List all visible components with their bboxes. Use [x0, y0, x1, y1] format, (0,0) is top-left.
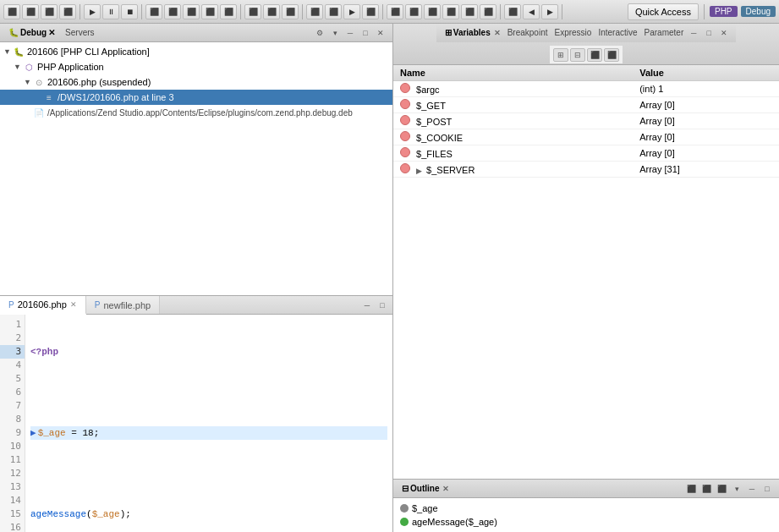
var-expand-icon-5[interactable]: ▶ — [416, 167, 422, 175]
outline-maximize-icon[interactable]: □ — [760, 482, 774, 496]
tree-item-path[interactable]: 📄 /Applications/Zend Studio.app/Contents… — [0, 105, 392, 120]
variables-header-row: ⊞ Variables ✕ Breakpoint Expressio Inter… — [436, 24, 736, 42]
editor-minimize-icon[interactable]: ─ — [360, 299, 374, 312]
line-num-13: 13 — [0, 480, 25, 494]
breakpoint-tab[interactable]: Breakpoint — [504, 28, 551, 37]
variables-close-icon[interactable]: ✕ — [717, 26, 731, 40]
var-cell-value-2: Array [0] — [633, 113, 779, 129]
var-row-2[interactable]: $_POST Array [0] — [393, 113, 779, 129]
toolbar-btn-8[interactable]: ⬛ — [145, 4, 162, 19]
php-perspective-button[interactable]: PHP — [710, 6, 738, 17]
outline-dropdown-icon[interactable]: ▾ — [730, 482, 743, 496]
var-row-0[interactable]: $argc (int) 1 — [393, 81, 779, 97]
toolbar-btn-14[interactable]: ⬛ — [263, 4, 280, 19]
toolbar-btn-24[interactable]: ⬛ — [461, 4, 478, 19]
quick-access-button[interactable]: Quick Access — [628, 3, 699, 20]
editor-tab-newfile[interactable]: P newfile.php — [86, 296, 160, 314]
debug-minimize-icon[interactable]: ─ — [343, 26, 357, 40]
var-toolbar-btn-2[interactable]: ⊟ — [570, 48, 585, 62]
toolbar-btn-11[interactable]: ⬛ — [201, 4, 218, 19]
outline-toolbar-btn-2[interactable]: ⬛ — [699, 482, 713, 496]
debug-close-icon[interactable]: ✕ — [374, 26, 387, 40]
parameter-tab[interactable]: Parameter — [641, 28, 688, 37]
toolbar-btn-23[interactable]: ⬛ — [442, 4, 459, 19]
var-row-1[interactable]: $_GET Array [0] — [393, 97, 779, 113]
var-toolbar-btn-3[interactable]: ⬛ — [587, 48, 602, 62]
tree-item-app-label: 201606 [PHP CLI Application] — [27, 47, 150, 57]
editor-header-icons: ─ □ — [360, 296, 392, 314]
code-editor[interactable]: <?php ▶$_age = 18; ageMessage($_age); ≡f… — [25, 315, 392, 532]
expressio-tab[interactable]: Expressio — [551, 28, 595, 37]
var-toolbar-btn-4[interactable]: ⬛ — [604, 48, 619, 62]
variables-minimize-icon[interactable]: ─ — [687, 26, 700, 40]
variables-tab-close[interactable]: ✕ — [494, 29, 501, 37]
editor-tab-201606[interactable]: P 201606.php ✕ — [0, 296, 86, 315]
debug-tab[interactable]: 🐛 Debug ✕ — [5, 28, 58, 37]
outline-tab[interactable]: ⊟ Outline ✕ — [398, 484, 453, 493]
toolbar-btn-25[interactable]: ⬛ — [480, 4, 496, 19]
toolbar-btn-1[interactable]: ⬛ — [3, 4, 20, 19]
var-toolbar-btn-1[interactable]: ⊞ — [553, 48, 568, 62]
outline-item-agemessage[interactable]: ageMessage($_age) — [397, 515, 776, 529]
variables-tab[interactable]: ⊞ Variables ✕ — [442, 28, 504, 37]
outline-item-age[interactable]: $_age — [397, 502, 776, 515]
variables-tab-label: Variables — [453, 28, 491, 37]
var-row-4[interactable]: $_FILES Array [0] — [393, 145, 779, 162]
toolbar-btn-15[interactable]: ⬛ — [282, 4, 299, 19]
toolbar-btn-16[interactable]: ⬛ — [306, 4, 323, 19]
editor-maximize-icon[interactable]: □ — [376, 299, 389, 312]
toolbar-btn-3[interactable]: ⬛ — [41, 4, 58, 19]
toolbar-btn-10[interactable]: ⬛ — [183, 4, 200, 19]
toolbar-btn-20[interactable]: ⬛ — [387, 4, 403, 19]
outline-minimize-icon[interactable]: ─ — [745, 482, 759, 496]
toolbar-btn-9[interactable]: ⬛ — [164, 4, 181, 19]
toolbar-btn-21[interactable]: ⬛ — [405, 4, 422, 19]
toolbar-btn-12[interactable]: ⬛ — [220, 4, 237, 19]
debug-settings-icon[interactable]: ⚙ — [313, 26, 326, 40]
toolbar-sep-8 — [704, 4, 705, 19]
outline-toolbar-btn-1[interactable]: ⬛ — [684, 482, 698, 496]
toolbar-btn-13[interactable]: ⬛ — [244, 4, 261, 19]
debug-tab-label: Debug — [20, 28, 47, 37]
toolbar-sep-6 — [500, 4, 501, 19]
outline-panel-header: ⊟ Outline ✕ ⬛ ⬛ ⬛ ▾ ─ □ — [393, 480, 779, 498]
toolbar-btn-17[interactable]: ⬛ — [325, 4, 342, 19]
right-panel: ⊞ Variables ✕ Breakpoint Expressio Inter… — [393, 24, 779, 532]
tree-item-php-app[interactable]: ▼ ⬡ PHP Application — [0, 59, 392, 74]
variables-maximize-icon[interactable]: □ — [702, 26, 716, 40]
bug-icon: 🐛 — [8, 28, 19, 37]
toolbar-btn-19[interactable]: ⬛ — [362, 4, 379, 19]
toolbar-btn-22[interactable]: ⬛ — [424, 4, 441, 19]
var-cell-value-0: (int) 1 — [633, 81, 779, 97]
servers-tab[interactable]: Servers — [62, 28, 97, 37]
outline-toolbar-btn-3[interactable]: ⬛ — [715, 482, 728, 496]
interactive-tab[interactable]: Interactive — [595, 28, 640, 37]
toolbar-btn-28[interactable]: ▶ — [541, 4, 558, 19]
toolbar-btn-2[interactable]: ⬛ — [22, 4, 39, 19]
toolbar-btn-18[interactable]: ▶ — [343, 4, 360, 19]
tree-item-suspended[interactable]: ▼ ⊙ 201606.php (suspended) — [0, 74, 392, 90]
tree-item-app[interactable]: ▼ 🐛 201606 [PHP CLI Application] — [0, 44, 392, 59]
outline-tab-close[interactable]: ✕ — [442, 485, 449, 493]
debug-dropdown-icon[interactable]: ▾ — [328, 26, 342, 40]
outline-header-icons: ⬛ ⬛ ⬛ ▾ ─ □ — [684, 482, 774, 496]
editor-tab-201606-close[interactable]: ✕ — [70, 300, 77, 309]
toolbar-btn-4[interactable]: ⬛ — [59, 4, 76, 19]
debug-maximize-icon[interactable]: □ — [359, 26, 372, 40]
var-row-5[interactable]: ▶ $_SERVER Array [31] — [393, 162, 779, 178]
debug-perspective-button[interactable]: Debug — [741, 6, 776, 17]
toolbar-btn-5[interactable]: ▶ — [84, 4, 101, 19]
line-num-3: 3 — [0, 345, 25, 359]
toolbar-btn-7[interactable]: ⏹ — [121, 4, 138, 19]
toolbar-btn-26[interactable]: ⬛ — [504, 4, 521, 19]
var-cell-name-2: $_POST — [393, 113, 633, 129]
toolbar-btn-6[interactable]: ⏸ — [102, 4, 119, 19]
outline-tree: $_age ageMessage($_age) — [393, 498, 779, 532]
tree-item-file-line[interactable]: ≡ /DWS1/201606.php at line 3 — [0, 90, 392, 105]
toolbar-btn-27[interactable]: ◀ — [523, 4, 540, 19]
var-row-3[interactable]: $_COOKIE Array [0] — [393, 129, 779, 145]
editor-area: 1 2 3 4 5 6 7 8 9 10 11 12 13 14 15 16 — [0, 315, 392, 532]
var-cell-name-5: ▶ $_SERVER — [393, 162, 633, 178]
var-cell-value-1: Array [0] — [633, 97, 779, 113]
var-icon-2 — [400, 115, 410, 125]
